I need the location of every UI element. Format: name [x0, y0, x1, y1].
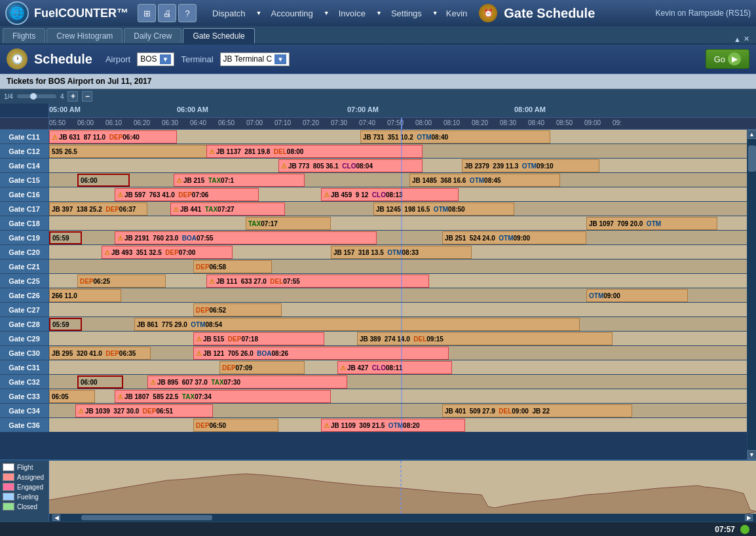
close-icon[interactable]: ✕	[744, 35, 749, 43]
grid-icon[interactable]: ⊞	[138, 4, 156, 22]
flight-c12-a[interactable]: 535 26.5	[49, 145, 219, 158]
go-button[interactable]: Go ▶	[706, 49, 749, 69]
gate-c36-label[interactable]: Gate C36	[0, 418, 49, 432]
menu-invoice[interactable]: Invoice	[332, 6, 372, 21]
scroll-thumb[interactable]	[748, 145, 756, 172]
flight-jb251[interactable]: JB 251 524 24.0 OTM 09:00	[442, 231, 586, 244]
zoom-slider[interactable]	[17, 94, 56, 98]
tab-crew-histogram[interactable]: Crew Histogram	[47, 28, 123, 43]
flight-c21-dep[interactable]: DEP 06:58	[193, 260, 272, 273]
minimize-icon[interactable]: ▲	[734, 35, 741, 43]
menu-settings[interactable]: Settings	[385, 6, 428, 21]
gate-c11-label[interactable]: Gate C11	[0, 130, 49, 144]
terminal-dropdown[interactable]: JB Terminal C ▼	[220, 52, 290, 66]
gate-c16-label[interactable]: Gate C16	[0, 187, 49, 201]
tab-gate-schedule[interactable]: Gate Schedule	[183, 28, 254, 43]
flight-c19-dep[interactable]: 05:59	[49, 231, 82, 244]
hscroll-thumb[interactable]	[81, 515, 212, 520]
flight-c32-dep[interactable]: 06:00	[77, 375, 123, 389]
airport-dropdown[interactable]: BOS ▼	[137, 52, 174, 66]
tab-flights[interactable]: Flights	[3, 28, 45, 43]
flight-jb215[interactable]: ⚠JB 215 TAX 07:1	[174, 174, 305, 187]
flight-jb1039[interactable]: ⚠JB 1039 327 30.0 DEP 06:51	[75, 404, 213, 417]
gate-c29-label[interactable]: Gate C29	[0, 332, 49, 345]
scroll-right-button[interactable]: ▶	[745, 514, 753, 521]
flight-c27-dep[interactable]: DEP 06:52	[193, 303, 282, 316]
gate-c26-label[interactable]: Gate C26	[0, 288, 49, 302]
flight-jb401[interactable]: JB 401 509 27.9 DEL 09:00 JB 22	[442, 404, 632, 417]
gate-c14-label[interactable]: Gate C14	[0, 159, 49, 172]
gate-c17-timeline: JB 397 138 25.2 DEP 06:37 ⚠JB 441 TAX 07…	[49, 202, 747, 216]
flight-c26-a[interactable]: 266 11.0	[49, 289, 121, 302]
flight-jb493[interactable]: ⚠JB 493 351 32.5 DEP 07:00	[102, 246, 233, 259]
flight-jb1137[interactable]: ⚠JB 1137 281 19.8 DEL 08:00	[206, 145, 423, 158]
flight-jb1109[interactable]: ⚠JB 1109 309 21.5 OTM 08:20	[321, 419, 465, 432]
gate-c21-label[interactable]: Gate C21	[0, 259, 49, 273]
flight-jb1485[interactable]: JB 1485 368 16.6 OTM 08:45	[409, 174, 560, 187]
zoom-in-button[interactable]: +	[67, 91, 78, 102]
gate-c25-label[interactable]: Gate C25	[0, 274, 49, 288]
gate-c17-label[interactable]: Gate C17	[0, 202, 49, 216]
app-logo: 🌐	[5, 1, 29, 25]
gate-c19-label[interactable]: Gate C19	[0, 231, 49, 244]
gate-c15-label[interactable]: Gate C15	[0, 173, 49, 187]
flight-jb389[interactable]: JB 389 274 14.0 DEL 09:15	[357, 332, 613, 345]
gate-rows[interactable]: Gate C11 ⚠JB 631 87 11.0 DEP 06:40 JB 73…	[0, 130, 747, 459]
flight-c18-tax[interactable]: TAX 07:17	[246, 217, 331, 230]
gate-c33-label[interactable]: Gate C33	[0, 389, 49, 403]
flight-c25-dep[interactable]: DEP 06:25	[77, 275, 166, 288]
flight-c28-main[interactable]: JB 861 775 29.0 OTM 08:54	[134, 318, 580, 331]
flight-jb459[interactable]: ⚠JB 459 9 12 CLO 08:13	[321, 188, 459, 201]
flight-jb397[interactable]: JB 397 138 25.2 DEP 06:37	[49, 202, 147, 216]
gate-c27-label[interactable]: Gate C27	[0, 303, 49, 316]
horizontal-scrollbar[interactable]: ◀ ▶	[49, 514, 756, 522]
flight-jb1245[interactable]: JB 1245 198 16.5 OTM 08:50	[373, 202, 514, 216]
zoom-out-button[interactable]: −	[82, 91, 92, 102]
flight-jb731[interactable]: JB 731 351 10.2 OTM 08:40	[360, 130, 550, 144]
gate-c30-label[interactable]: Gate C30	[0, 346, 49, 360]
flight-c33-a[interactable]: 06:05	[49, 390, 95, 403]
gate-c31-label[interactable]: Gate C31	[0, 360, 49, 374]
flight-jb427[interactable]: ⚠JB 427 CLO 08:11	[337, 361, 452, 374]
flight-jb2379[interactable]: JB 2379 239 11.3 OTM 09:10	[462, 159, 599, 172]
flight-jb597[interactable]: ⚠JB 597 763 41.0 DEP 07:06	[115, 188, 259, 201]
gate-c20-label[interactable]: Gate C20	[0, 245, 49, 259]
menu-dispatch[interactable]: Dispatch	[206, 6, 252, 21]
terminal-dropdown-arrow[interactable]: ▼	[274, 54, 286, 64]
help-icon[interactable]: ?	[178, 4, 197, 22]
flight-jb895[interactable]: ⚠JB 895 607 37.0 TAX 07:30	[147, 375, 347, 389]
flight-c28-dep[interactable]: 05:59	[49, 318, 82, 331]
flight-c15-dep[interactable]: 06:00	[77, 174, 130, 187]
flight-jb1807[interactable]: ⚠JB 1807 585 22.5 TAX 07:34	[115, 390, 331, 403]
flight-jb773[interactable]: ⚠JB 773 805 36.1 CLO 08:04	[278, 159, 423, 172]
scroll-left-button[interactable]: ◀	[52, 514, 60, 521]
scroll-up-button[interactable]: ▲	[747, 130, 757, 139]
flight-jb1097[interactable]: JB 1097 709 20.0 OTM	[586, 217, 717, 230]
gate-c12-label[interactable]: Gate C12	[0, 144, 49, 158]
menu-accounting[interactable]: Accounting	[265, 6, 320, 21]
user-button[interactable]: Kevin	[441, 6, 473, 21]
gate-c30-timeline: JB 295 320 41.0 DEP 06:35 ⚠JB 121 705 26…	[49, 346, 747, 360]
vertical-scrollbar[interactable]: ▲ ▼	[747, 130, 756, 459]
flight-c36-dep[interactable]: DEP 06:50	[193, 419, 278, 432]
gate-c32-label[interactable]: Gate C32	[0, 375, 49, 389]
flight-c26-otm[interactable]: OTM 09:00	[586, 289, 688, 302]
go-circle-icon: ▶	[728, 52, 741, 66]
gate-c34-label[interactable]: Gate C34	[0, 404, 49, 417]
flight-jb441[interactable]: ⚠JB 441 TAX 07:27	[170, 202, 285, 216]
flight-jb121[interactable]: ⚠JB 121 705 26.0 BOA 08:26	[193, 347, 449, 360]
flight-jb631[interactable]: ⚠JB 631 87 11.0 DEP 06:40	[49, 130, 177, 144]
flight-jb295[interactable]: JB 295 320 41.0 DEP 06:35	[49, 347, 151, 360]
gate-c28-label[interactable]: Gate C28	[0, 317, 49, 331]
zoom-thumb[interactable]	[30, 93, 37, 100]
print-icon[interactable]: 🖨	[158, 4, 176, 22]
airport-dropdown-arrow[interactable]: ▼	[160, 54, 172, 64]
flight-jb2191[interactable]: ⚠JB 2191 760 23.0 BOA 07:55	[115, 231, 377, 244]
tab-daily-crew[interactable]: Daily Crew	[124, 28, 181, 43]
flight-jb515[interactable]: ⚠JB 515 DEP 07:18	[193, 332, 324, 345]
flight-c31-dep[interactable]: DEP 07:09	[219, 361, 305, 374]
flight-jb157[interactable]: JB 157 318 13.5 OTM 08:33	[331, 246, 472, 259]
scroll-down-button[interactable]: ▼	[747, 450, 757, 459]
flight-jb111[interactable]: ⚠JB 111 633 27.0 DEL 07:55	[206, 275, 429, 288]
gate-c18-label[interactable]: Gate C18	[0, 216, 49, 230]
